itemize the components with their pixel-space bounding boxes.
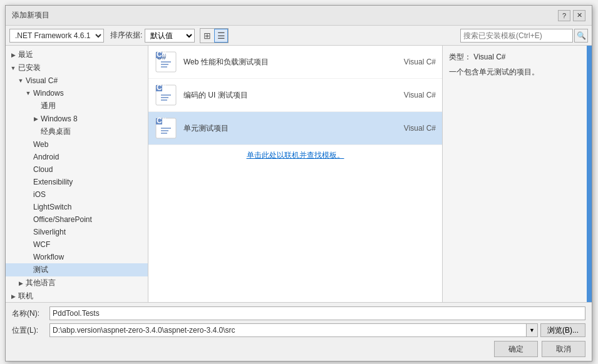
sidebar-item-installed[interactable]: ▼ 已安装 — [6, 61, 148, 74]
sidebar-item-cloud[interactable]: Cloud — [6, 163, 148, 176]
sidebar-item-other-lang[interactable]: ▶ 其他语言 — [6, 276, 148, 290]
sidebar-item-lightswitch[interactable]: LightSwitch — [6, 201, 148, 213]
close-button[interactable]: ✕ — [573, 10, 585, 21]
template-lang-unit-test: Visual C# — [386, 124, 436, 133]
template-item-web-perf[interactable]: C# C# Web 性能和负载测试项目 Visual C# — [148, 46, 442, 79]
right-panel-description: 一个包含单元测试的项目。 — [449, 66, 580, 78]
cancel-button[interactable]: 取消 — [542, 341, 585, 357]
grid-view-button[interactable]: ⊞ — [200, 29, 214, 43]
expander-extensibility — [23, 177, 33, 187]
sidebar-item-wcf[interactable]: WCF — [6, 238, 148, 251]
sidebar-item-recent[interactable]: ▶ 最近 — [6, 48, 148, 61]
sidebar-item-android[interactable]: Android — [6, 151, 148, 163]
expander-lightswitch — [23, 202, 33, 212]
location-row: 位置(L): ▼ 浏览(B)... — [12, 323, 585, 337]
type-value: Visual C# — [473, 53, 505, 61]
main-content: ▶ 最近 ▼ 已安装 ▼ Visual C# ▼ Windows 通用 ▶ Wi… — [6, 46, 592, 302]
add-project-dialog: 添加新项目 ? ✕ .NET Framework 4.6.1 排序依据: 默认值… — [5, 5, 592, 361]
sidebar-item-windows8[interactable]: ▶ Windows 8 — [6, 113, 148, 125]
title-bar-buttons: ? ✕ — [558, 10, 585, 21]
template-item-unit-test[interactable]: C# 单元测试项目 Visual C# — [148, 112, 442, 145]
expander-other-lang: ▶ — [16, 278, 26, 288]
svg-text:C#: C# — [157, 51, 167, 59]
expander-installed: ▼ — [8, 63, 18, 73]
toolbar: .NET Framework 4.6.1 排序依据: 默认值 ⊞ ☰ 🔍 — [6, 26, 592, 46]
sidebar-item-workflow[interactable]: Workflow — [6, 251, 148, 263]
sidebar-label-recent: 最近 — [18, 49, 33, 60]
sidebar-label-installed: 已安装 — [18, 63, 41, 73]
expander-windows: ▼ — [23, 88, 33, 98]
sidebar-item-classic-desktop[interactable]: 经典桌面 — [6, 125, 148, 138]
online-link-anchor[interactable]: 单击此处以联机并查找模板。 — [247, 151, 344, 159]
location-label: 位置(L): — [12, 325, 49, 336]
sidebar-item-web[interactable]: Web — [6, 138, 148, 151]
sidebar-label-ios: iOS — [33, 190, 46, 199]
list-view-button[interactable]: ☰ — [214, 29, 228, 43]
sort-label: 排序依据: — [110, 30, 142, 41]
search-input[interactable] — [460, 29, 573, 43]
template-icon-unit-test: C# — [155, 117, 177, 139]
dialog-title: 添加新项目 — [12, 10, 49, 21]
template-icon-coded-ui: C# — [155, 84, 177, 106]
location-dropdown-button[interactable]: ▼ — [527, 323, 538, 337]
template-name-unit-test: 单元测试项目 — [183, 123, 386, 134]
sidebar-label-windows8: Windows 8 — [41, 114, 78, 123]
expander-ios — [23, 190, 33, 200]
action-buttons: 确定 取消 — [12, 341, 585, 357]
sidebar-label-workflow: Workflow — [33, 253, 64, 261]
expander-android — [23, 152, 33, 162]
help-button[interactable]: ? — [558, 10, 570, 21]
sidebar-label-classic-desktop: 经典桌面 — [41, 126, 71, 137]
sidebar-item-ios[interactable]: iOS — [6, 188, 148, 201]
name-row: 名称(N): — [12, 306, 585, 320]
expander-recent: ▶ — [8, 50, 18, 60]
sidebar-item-visual-csharp[interactable]: ▼ Visual C# — [6, 74, 148, 87]
sidebar-item-silverlight[interactable]: Silverlight — [6, 226, 148, 238]
svg-text:C#: C# — [157, 84, 167, 92]
template-icon-web-perf: C# C# — [155, 51, 177, 73]
name-label: 名称(N): — [12, 308, 49, 319]
online-link: 单击此处以联机并查找模板。 — [148, 145, 442, 166]
sidebar-item-office-sharepoint[interactable]: Office/SharePoint — [6, 213, 148, 226]
sidebar-label-web: Web — [33, 140, 48, 149]
sidebar-item-extensibility[interactable]: Extensibility — [6, 176, 148, 188]
right-edge-bar — [587, 46, 592, 302]
sidebar-label-visual-csharp: Visual C# — [26, 76, 58, 85]
expander-web — [23, 139, 33, 149]
sidebar-label-test: 测试 — [33, 265, 48, 275]
sidebar-item-common[interactable]: 通用 — [6, 99, 148, 113]
template-item-coded-ui[interactable]: C# 编码的 UI 测试项目 Visual C# — [148, 79, 442, 112]
sidebar-label-wcf: WCF — [33, 240, 50, 249]
expander-windows8: ▶ — [31, 114, 41, 124]
sidebar-label-android: Android — [33, 153, 59, 161]
sort-select[interactable]: 默认值 — [145, 29, 195, 43]
template-lang-web-perf: Visual C# — [386, 58, 436, 66]
location-input[interactable] — [49, 323, 527, 337]
sidebar-item-online[interactable]: ▶ 联机 — [6, 290, 148, 302]
expander-visual-csharp: ▼ — [16, 76, 26, 86]
sidebar-label-lightswitch: LightSwitch — [33, 203, 71, 211]
expander-online: ▶ — [8, 291, 18, 301]
sidebar-item-windows[interactable]: ▼ Windows — [6, 87, 148, 99]
expander-wcf — [23, 240, 33, 250]
expander-cloud — [23, 164, 33, 174]
title-bar: 添加新项目 ? ✕ — [6, 6, 592, 26]
expander-common — [31, 101, 41, 111]
expander-office-sharepoint — [23, 215, 33, 225]
bottom-bar: 名称(N): 位置(L): ▼ 浏览(B)... 确定 取消 — [6, 302, 592, 361]
sidebar-label-other-lang: 其他语言 — [26, 278, 56, 288]
expander-workflow — [23, 252, 33, 262]
svg-text:C#: C# — [157, 117, 167, 125]
browse-button[interactable]: 浏览(B)... — [540, 323, 585, 337]
name-input[interactable] — [49, 306, 585, 320]
view-toggle: ⊞ ☰ — [200, 28, 229, 43]
expander-test — [23, 265, 33, 275]
sidebar-item-test[interactable]: 测试 — [6, 263, 148, 276]
right-panel-type: 类型： Visual C# — [449, 52, 580, 63]
sidebar-label-silverlight: Silverlight — [33, 228, 66, 236]
right-panel: 类型： Visual C# 一个包含单元测试的项目。 — [443, 46, 587, 302]
framework-select[interactable]: .NET Framework 4.6.1 — [9, 29, 104, 43]
sidebar-label-cloud: Cloud — [33, 165, 53, 174]
search-button[interactable]: 🔍 — [574, 29, 588, 43]
ok-button[interactable]: 确定 — [494, 341, 538, 357]
